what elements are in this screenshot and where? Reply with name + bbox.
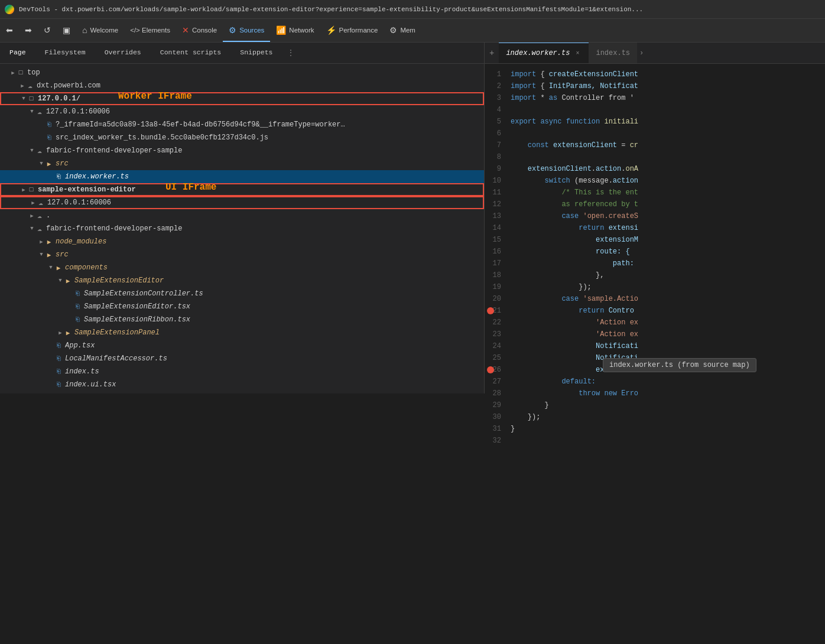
performance-icon: ⚡ [326,25,336,35]
code-line-7: 7 const extensionClient = cr [485,139,825,151]
arrow-fabric-1 [28,147,35,154]
tree-item-sec[interactable]: ⎗ SampleExtensionController.ts [0,287,484,300]
tree-item-see-tsx[interactable]: ⎗ SampleExtensionEditor.tsx [0,300,484,313]
tree-item-index-ui[interactable]: ⎗ index.ui.tsx [0,378,484,391]
network-tab[interactable]: 📶 Network [270,19,320,42]
folder-icon-top: □ [17,69,25,77]
tree-item-127-root[interactable]: □ 127.0.0.1/ [0,92,484,105]
code-line-23: 23 'Action ex [485,328,825,340]
tab-overrides[interactable]: Overrides [95,43,151,63]
inspect-icon: ▣ [63,25,70,35]
tab-snippets[interactable]: Snippets [230,43,282,63]
cloud-icon-60006-2: ☁ [37,199,45,207]
cloud-icon-fabric-2: ☁ [35,225,44,233]
tree-item-fabric-1[interactable]: ☁ fabric-frontend-developer-sample [0,144,484,157]
refresh-button[interactable]: ↺ [38,19,57,42]
tree-item-components[interactable]: ▶ components [0,261,484,274]
browser-icon [5,5,14,14]
arrow-fabric-2 [28,225,35,232]
arrow-see [57,277,64,284]
editor-tab-add-button[interactable]: + [485,43,499,63]
title-bar: DevTools - dxt.powerbi.com/workloads/sam… [0,0,825,19]
code-line-29: 29 } [485,399,825,411]
file-icon-index-ts: ⎗ [54,367,63,376]
folder-icon-127-root: □ [27,95,35,103]
tree-item-fabric-2[interactable]: ☁ fabric-frontend-developer-sample [0,222,484,235]
tree-item-lma[interactable]: ⎗ LocalManifestAccessor.ts [0,352,484,365]
arrow-src-1 [38,160,45,167]
tree-item-node-modules[interactable]: ▶ node_modules [0,235,484,248]
memory-tab[interactable]: ⚙ Mem [384,19,421,42]
cloud-icon-fabric-1: ☁ [35,147,44,155]
network-label: Network [289,27,314,34]
folder-icon-sample-ext: □ [27,186,35,194]
code-line-19: 19 }); [485,281,825,293]
code-line-14: 14 return extensi [485,222,825,234]
performance-tab[interactable]: ⚡ Performance [320,19,384,42]
tree-item-app[interactable]: ⎗ App.tsx [0,339,484,352]
code-line-22: 22 'Action ex [485,317,825,328]
folder-icon-src-1: ▶ [45,160,53,168]
close-tab-button[interactable]: × [573,49,582,57]
editor-tabs: + index.worker.ts × index.ts › [485,43,825,64]
code-line-8: 8 [485,151,825,163]
folder-icon-components: ▶ [54,264,63,272]
code-line-11: 11 /* This is the ent [485,187,825,199]
inspect-button[interactable]: ▣ [57,19,76,42]
code-line-20: 20 case 'sample.Actio [485,293,825,305]
line-number-1: 1 [485,69,508,80]
performance-label: Performance [339,27,378,34]
tree-item-sep[interactable]: ▶ SampleExtensionPanel [0,326,484,339]
elements-label: </> Elements [130,27,170,34]
tab-content-scripts[interactable]: Content scripts [151,43,231,63]
code-line-31: 31 } [485,423,825,435]
tree-item-src-1[interactable]: ▶ src [0,157,484,170]
tree-item-iframe-file[interactable]: ⎗ ?_iframeId=a5dc0a89-13a8-45ef-b4ad-db6… [0,118,484,131]
arrow-dxt [19,82,26,89]
elements-tab[interactable]: </> Elements [124,19,176,42]
editor-tab-index-ts[interactable]: index.ts [589,43,637,63]
file-tree: □ top ☁ dxt.powerbi.com [0,64,484,393]
code-editor[interactable]: 1 import { createExtensionClient 2 impor… [485,64,825,644]
tree-item-index-ts[interactable]: ⎗ index.ts [0,365,484,378]
tree-item-src-2[interactable]: ▶ src [0,248,484,261]
tree-item-bundle[interactable]: ⎗ src_index_worker_ts.bundle.5cc0abe0cfb… [0,131,484,144]
code-line-3: 3 import * as Controller from ' [485,92,825,104]
tab-filesystem[interactable]: Filesystem [35,43,95,63]
file-icon-see-tsx: ⎗ [73,303,82,311]
console-tab[interactable]: ✕ Console [176,19,223,42]
tree-item-top[interactable]: □ top [0,66,484,79]
memory-icon: ⚙ [389,25,397,35]
cloud-icon-dot: ☁ [35,212,44,220]
tree-item-see-folder[interactable]: ▶ SampleExtensionEditor [0,274,484,287]
sources-tab[interactable]: ⚙ Sources [223,19,270,42]
tree-item-dot[interactable]: ☁ . [0,209,484,222]
folder-icon-src-2: ▶ [45,251,53,259]
tab-page[interactable]: Page [0,43,35,63]
welcome-tab[interactable]: ⌂ Welcome [76,19,124,42]
tree-item-index-worker[interactable]: ⎗ index.worker.ts [0,170,484,183]
file-icon-app: ⎗ [54,341,63,350]
editor-tab-index-worker[interactable]: index.worker.ts × [499,43,589,63]
inactive-tab-label: index.ts [596,49,630,57]
back-button[interactable]: ⬅ [0,19,19,42]
tree-item-sample-ext-editor[interactable]: □ sample-extension-editor [0,183,484,196]
code-line-21: 21 return Contro [485,305,825,317]
tree-item-dxt[interactable]: ☁ dxt.powerbi.com [0,79,484,92]
editor-panel: + index.worker.ts × index.ts › 1 import … [485,43,825,644]
arrow-60006 [28,108,35,115]
network-icon: 📶 [276,25,286,35]
sources-tab-more[interactable]: ⋮ [282,43,299,63]
memory-label: Mem [400,27,415,34]
cloud-icon-60006: ☁ [35,108,44,116]
source-map-tooltip: index.worker.ts (from source map) [603,358,756,372]
tab-scroll-arrow[interactable]: › [637,43,646,63]
tree-item-ser[interactable]: ⎗ SampleExtensionRibbon.tsx [0,313,484,326]
folder-icon-see: ▶ [64,277,72,285]
forward-button[interactable]: ➡ [19,19,38,42]
file-icon-bundle: ⎗ [45,134,53,142]
refresh-icon: ↺ [44,25,51,35]
title-text: DevTools - dxt.powerbi.com/workloads/sam… [19,6,820,13]
tree-item-60006[interactable]: ☁ 127.0.0.1:60006 [0,105,484,118]
tree-item-60006-2[interactable]: ☁ 127.0.0.1:60006 [0,196,484,209]
